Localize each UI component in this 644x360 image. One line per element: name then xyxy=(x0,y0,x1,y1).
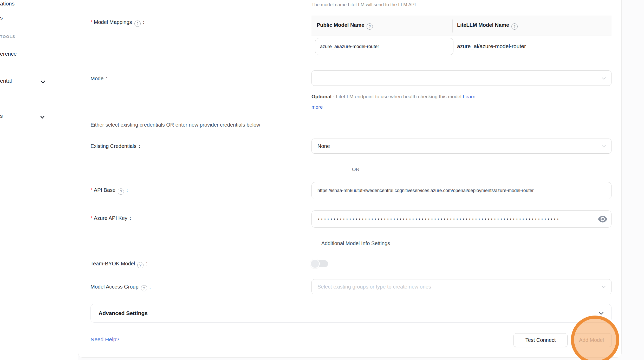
chevron-down-icon xyxy=(601,75,607,81)
help-icon[interactable]: ? xyxy=(137,262,144,268)
chevron-down-icon xyxy=(601,143,607,149)
help-icon[interactable]: ? xyxy=(134,21,141,27)
existing-credentials-value: None xyxy=(312,143,330,149)
api-base-value: https://ishaa-mh6uutut-swedencentral.cog… xyxy=(312,188,611,193)
sidebar-item-settings[interactable]: s xyxy=(0,113,3,119)
divider xyxy=(90,170,341,170)
help-icon[interactable]: ? xyxy=(511,23,518,30)
existing-credentials-select[interactable]: None xyxy=(311,139,612,154)
api-base-input[interactable]: https://ishaa-mh6uutut-swedencentral.cog… xyxy=(311,182,612,199)
add-model-page: ations s TOOLS erence ental s The model … xyxy=(0,0,644,360)
mode-select[interactable] xyxy=(311,70,612,86)
add-model-button[interactable]: Add Model xyxy=(571,333,612,347)
divider xyxy=(370,170,612,170)
divider xyxy=(90,244,291,244)
help-icon[interactable]: ? xyxy=(141,285,147,291)
public-model-name-header: Public Model Name? xyxy=(317,22,373,30)
page-background xyxy=(622,0,644,360)
existing-credentials-label: Existing Credentials: xyxy=(90,143,140,149)
advanced-settings-title: Advanced Settings xyxy=(99,310,148,316)
mode-helper-text: Optional - LiteLLM endpoint to use when … xyxy=(311,91,476,112)
azure-api-key-masked-value: ••••••••••••••••••••••••••••••••••••••••… xyxy=(312,217,587,221)
mapping-table-header: Public Model Name? LiteLLM Model Name? xyxy=(311,16,612,36)
toggle-handle xyxy=(310,259,320,269)
sidebar-item-integrations[interactable]: ations xyxy=(0,1,15,7)
litellm-model-name-header: LiteLLM Model Name? xyxy=(457,22,518,30)
required-star: * xyxy=(90,19,93,25)
required-star: * xyxy=(90,215,93,221)
mode-label: Mode: xyxy=(90,76,107,82)
sidebar-item-experimental[interactable]: ental xyxy=(0,78,12,84)
api-base-label: *API Base?: xyxy=(90,187,128,195)
help-icon[interactable]: ? xyxy=(367,23,373,30)
advanced-settings-expander[interactable]: Advanced Settings xyxy=(90,304,612,323)
required-star: * xyxy=(90,187,93,193)
public-model-name-input[interactable]: azure_ai/azure-model-router xyxy=(315,38,453,55)
learn-more-link[interactable]: Learn xyxy=(463,94,476,99)
litellm-model-name-value: azure_ai/azure-model-router xyxy=(457,43,526,49)
team-byok-label: Team-BYOK Model?: xyxy=(90,261,147,268)
model-mappings-label: *Model Mappings?: xyxy=(90,19,144,27)
model-access-group-select[interactable]: Select existing groups or type to create… xyxy=(311,279,612,294)
azure-api-key-input[interactable]: ••••••••••••••••••••••••••••••••••••••••… xyxy=(311,210,612,228)
divider xyxy=(419,244,612,244)
model-access-group-label: Model Access Group?: xyxy=(90,284,151,291)
chevron-down-icon xyxy=(601,284,607,290)
learn-more-link[interactable]: more xyxy=(311,104,323,110)
azure-api-key-label: *Azure API Key: xyxy=(90,215,131,221)
modal-bottom-border xyxy=(612,358,644,358)
help-icon[interactable]: ? xyxy=(118,188,124,195)
need-help-link[interactable]: Need Help? xyxy=(90,336,119,343)
model-access-group-placeholder: Select existing groups or type to create… xyxy=(312,284,431,290)
table-bottom-border xyxy=(311,59,612,59)
sidebar-item-models[interactable]: s xyxy=(0,15,3,21)
chevron-down-icon xyxy=(40,78,46,85)
sidebar-section-tools: TOOLS xyxy=(0,34,15,39)
chevron-down-icon xyxy=(39,114,46,120)
public-model-name-value: azure_ai/azure-model-router xyxy=(315,44,379,49)
column-divider xyxy=(452,19,453,32)
toggle-password-visibility-icon[interactable] xyxy=(598,215,608,223)
additional-settings-divider-text: Additional Model Info Settings xyxy=(314,240,398,246)
credentials-note: Either select existing credentials OR en… xyxy=(90,122,260,128)
or-divider-text: OR xyxy=(345,167,367,172)
sidebar-item-inference[interactable]: erence xyxy=(0,51,17,57)
model-name-helper-text: The model name LiteLLM will send to the … xyxy=(311,2,416,8)
test-connect-button[interactable]: Test Connect xyxy=(513,333,568,347)
chevron-down-icon xyxy=(598,310,604,317)
